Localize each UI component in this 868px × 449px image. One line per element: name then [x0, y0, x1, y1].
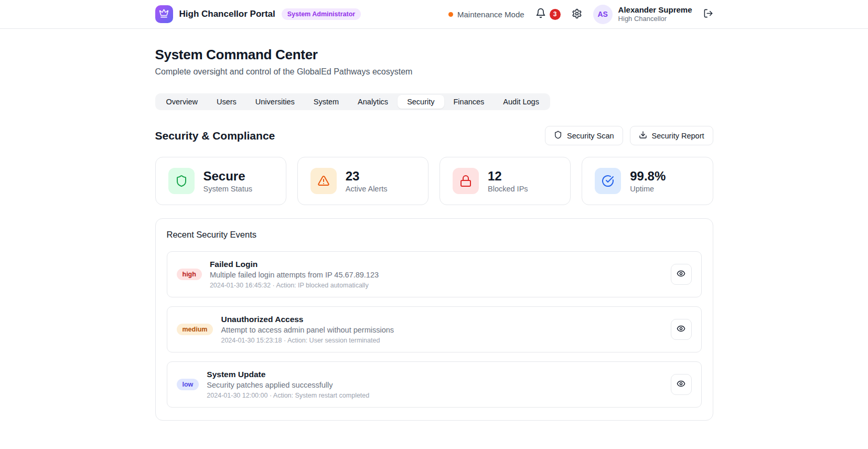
gear-icon — [572, 8, 582, 20]
stat-value: 23 — [346, 169, 388, 184]
event-meta: 2024-01-30 15:23:18 · Action: User sessi… — [221, 337, 662, 344]
event-description: Attempt to access admin panel without pe… — [221, 326, 662, 334]
section-title: Security & Compliance — [155, 130, 275, 142]
severity-badge: medium — [177, 324, 213, 335]
app-logo — [155, 5, 173, 23]
panel-title: Recent Security Events — [167, 230, 702, 240]
logout-button[interactable] — [703, 8, 713, 20]
event-title: System Update — [207, 370, 662, 379]
severity-badge: low — [177, 379, 199, 390]
eye-icon — [677, 379, 685, 390]
stat-label: System Status — [203, 185, 252, 193]
security-report-label: Security Report — [652, 132, 704, 140]
top-navigation-bar: High Chancellor Portal System Administra… — [0, 0, 868, 29]
tab-overview[interactable]: Overview — [157, 95, 207, 109]
tab-universities[interactable]: Universities — [246, 95, 304, 109]
tab-analytics[interactable]: Analytics — [348, 95, 398, 109]
security-scan-button[interactable]: Security Scan — [545, 126, 623, 145]
view-event-button[interactable] — [671, 264, 692, 285]
avatar: AS — [593, 5, 613, 24]
stat-card-system-status: Secure System Status — [155, 157, 286, 205]
event-title: Failed Login — [210, 260, 663, 269]
tab-system[interactable]: System — [304, 95, 348, 109]
stat-card-uptime: 99.8% Uptime — [582, 157, 713, 205]
download-icon — [639, 131, 647, 141]
stat-value: 99.8% — [630, 169, 666, 184]
stat-card-active-alerts: 23 Active Alerts — [297, 157, 428, 205]
lock-icon — [453, 168, 479, 194]
settings-button[interactable] — [572, 8, 582, 20]
warning-triangle-icon — [310, 168, 337, 194]
stat-value: Secure — [203, 169, 252, 184]
check-circle-icon — [595, 168, 621, 194]
brand: High Chancellor Portal System Administra… — [155, 5, 361, 23]
notification-count-badge: 3 — [550, 9, 561, 20]
logout-icon — [703, 8, 713, 20]
view-event-button[interactable] — [671, 319, 692, 340]
event-title: Unauthorized Access — [221, 315, 662, 324]
shield-icon — [168, 168, 195, 194]
bell-icon — [535, 8, 546, 20]
page-title: System Command Center — [155, 47, 713, 63]
tab-finances[interactable]: Finances — [444, 95, 494, 109]
event-description: Security patches applied successfully — [207, 381, 662, 389]
recent-security-events-panel: Recent Security Events high Failed Login… — [155, 218, 713, 421]
maintenance-label: Maintenance Mode — [457, 10, 524, 19]
security-report-button[interactable]: Security Report — [630, 126, 713, 145]
tab-audit-logs[interactable]: Audit Logs — [494, 95, 549, 109]
severity-badge: high — [177, 269, 202, 280]
tab-bar: Overview Users Universities System Analy… — [155, 93, 550, 110]
event-description: Multiple failed login attempts from IP 4… — [210, 271, 663, 279]
tab-users[interactable]: Users — [207, 95, 246, 109]
user-role: High Chancellor — [618, 15, 692, 23]
event-meta: 2024-01-30 16:45:32 · Action: IP blocked… — [210, 282, 663, 289]
event-row-failed-login: high Failed Login Multiple failed login … — [167, 251, 702, 297]
event-meta: 2024-01-30 12:00:00 · Action: System res… — [207, 392, 662, 399]
user-menu[interactable]: AS Alexander Supreme High Chancellor — [593, 5, 692, 24]
stats-row: Secure System Status 23 Active Alerts — [155, 157, 713, 205]
security-scan-label: Security Scan — [567, 132, 614, 140]
view-event-button[interactable] — [671, 374, 692, 395]
stat-label: Blocked IPs — [488, 185, 528, 193]
tab-security[interactable]: Security — [398, 95, 444, 109]
stat-card-blocked-ips: 12 Blocked IPs — [440, 157, 571, 205]
app-title: High Chancellor Portal — [179, 9, 275, 19]
eye-icon — [677, 269, 685, 280]
stat-value: 12 — [488, 169, 528, 184]
shield-icon — [554, 131, 562, 141]
maintenance-mode-indicator: Maintenance Mode — [448, 10, 524, 19]
status-dot — [448, 12, 453, 17]
stat-label: Uptime — [630, 185, 666, 193]
event-row-system-update: low System Update Security patches appli… — [167, 361, 702, 408]
event-row-unauthorized-access: medium Unauthorized Access Attempt to ac… — [167, 306, 702, 352]
eye-icon — [677, 324, 685, 335]
notifications-button[interactable]: 3 — [535, 8, 561, 20]
stat-label: Active Alerts — [346, 185, 388, 193]
crown-icon — [159, 8, 169, 20]
role-badge: System Administrator — [282, 8, 361, 20]
page-subtitle: Complete oversight and control of the Gl… — [155, 67, 713, 77]
user-name: Alexander Supreme — [618, 5, 692, 15]
